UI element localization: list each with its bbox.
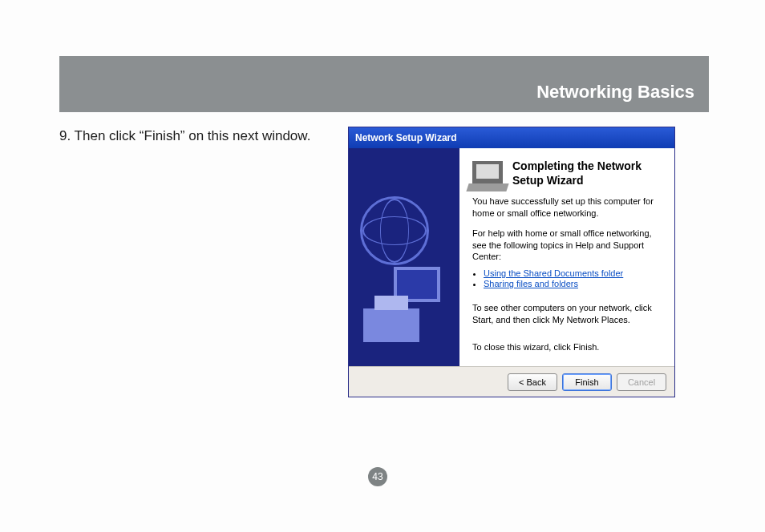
wizard-heading: Completing the Network Setup Wizard [512,159,662,187]
section-header: Networking Basics [59,56,709,112]
finish-button[interactable]: Finish [562,373,612,391]
wizard-paragraph-1: You have successfully set up this comput… [472,195,662,220]
page-number: 43 [372,471,382,482]
instruction-text: 9. Then click “Finish” on this next wind… [59,127,348,397]
cancel-button: Cancel [617,373,666,391]
wizard-body: Completing the Network Setup Wizard You … [349,148,674,366]
wizard-titlebar: Network Setup Wizard [349,127,674,148]
wizard-footer: < Back Finish Cancel [349,366,674,397]
printer-icon [363,308,419,342]
back-button[interactable]: < Back [508,373,557,391]
list-item: Using the Shared Documents folder [484,268,662,278]
wizard-help-links: Using the Shared Documents folder Sharin… [484,268,662,289]
computer-icon [472,161,503,187]
list-item: Sharing files and folders [484,279,662,288]
wizard-heading-row: Completing the Network Setup Wizard [472,159,662,187]
wizard-sidebar-art [349,148,459,366]
manual-page: Networking Basics 9. Then click “Finish”… [59,56,709,397]
page-number-badge: 43 [368,467,387,486]
wizard-title: Network Setup Wizard [355,132,457,143]
section-title: Networking Basics [536,82,694,103]
wizard-close-hint: To close this wizard, click Finish. [472,341,662,358]
wizard-paragraph-2: For help with home or small office netwo… [472,228,662,264]
network-setup-wizard-window: Network Setup Wizard Completing the Netw… [348,127,675,397]
wizard-paragraph-3: To see other computers on your network, … [472,302,662,326]
link-shared-documents[interactable]: Using the Shared Documents folder [484,268,623,278]
globe-icon [360,196,429,265]
wizard-main: Completing the Network Setup Wizard You … [459,148,674,366]
content-row: 9. Then click “Finish” on this next wind… [59,127,709,397]
link-sharing-files[interactable]: Sharing files and folders [484,279,578,288]
